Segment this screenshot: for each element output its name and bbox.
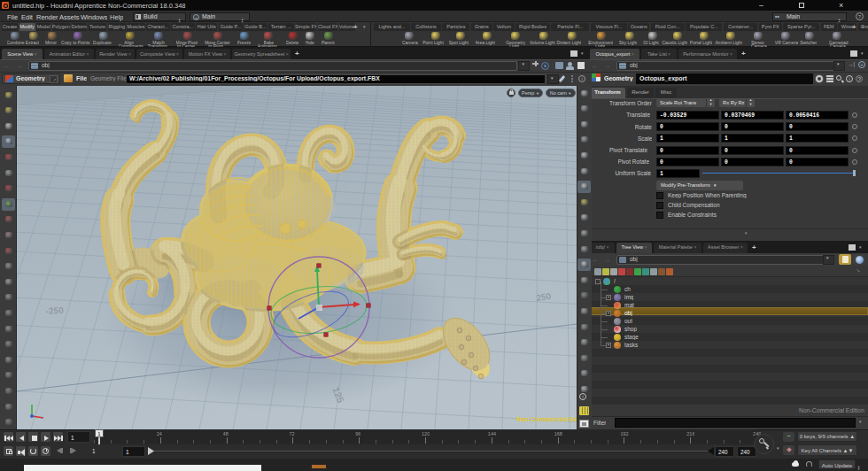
svg-text:Non-Commercial Edition: Non-Commercial Edition (516, 415, 577, 423)
